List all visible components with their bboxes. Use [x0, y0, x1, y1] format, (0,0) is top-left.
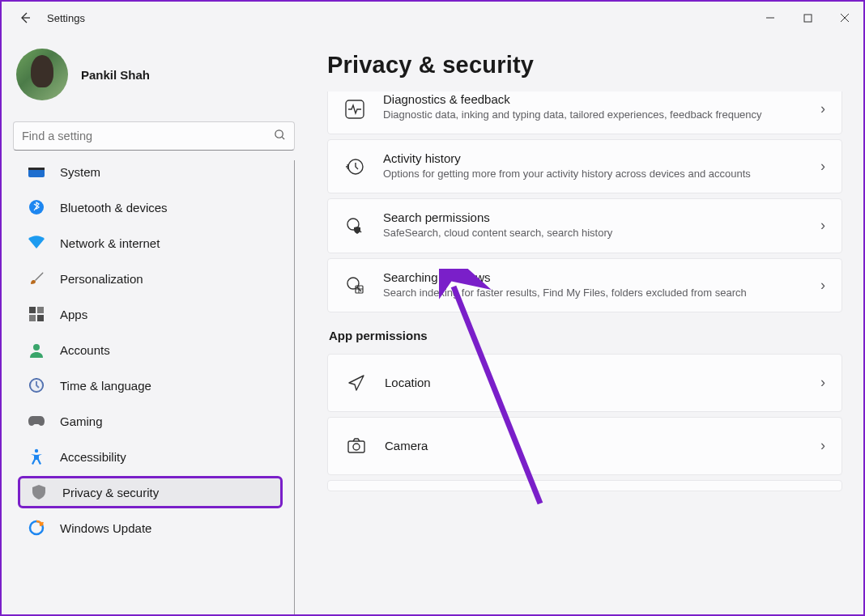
window-title: Settings: [47, 12, 85, 24]
sidebar-item-label: Privacy & security: [62, 486, 159, 499]
search-grid-icon: [343, 273, 367, 297]
sidebar-item-bluetooth[interactable]: Bluetooth & devices: [18, 191, 283, 223]
sidebar-item-label: Windows Update: [60, 521, 151, 535]
update-icon: [28, 519, 45, 537]
wifi-icon: [28, 234, 45, 252]
svg-rect-7: [29, 315, 36, 321]
search-shield-icon: [343, 214, 367, 238]
location-icon: [344, 371, 369, 395]
sidebar-item-personalization[interactable]: Personalization: [18, 262, 283, 295]
card-title: Diagnostics & feedback: [383, 92, 804, 106]
chevron-right-icon: ›: [820, 437, 825, 454]
search-icon: [274, 129, 286, 144]
sidebar-item-network[interactable]: Network & internet: [18, 227, 283, 259]
sidebar-item-system[interactable]: System: [18, 160, 283, 188]
card-partial-next[interactable]: [327, 480, 842, 491]
gamepad-icon: [28, 412, 45, 430]
svg-point-1: [275, 130, 283, 137]
back-arrow-icon: [19, 11, 32, 24]
sidebar-item-label: Gaming: [60, 414, 103, 428]
svg-rect-6: [37, 307, 44, 313]
card-subtitle: Diagnostic data, inking and typing data,…: [383, 108, 804, 122]
sidebar-item-label: Bluetooth & devices: [60, 201, 168, 215]
chevron-right-icon: ›: [820, 374, 825, 391]
sidebar-nav: System Bluetooth & devices Network & int…: [13, 160, 295, 614]
person-icon: [28, 341, 45, 359]
page-title: Privacy & security: [327, 52, 842, 79]
card-title: Camera: [385, 439, 804, 452]
sidebar-item-label: Accounts: [60, 343, 110, 357]
card-searching-windows[interactable]: Searching Windows Search indexing for fa…: [327, 258, 842, 312]
card-title: Activity history: [383, 151, 804, 165]
sidebar: Pankil Shah System Blue: [2, 34, 300, 614]
placeholder-icon: [344, 480, 369, 491]
sidebar-item-privacy-security[interactable]: Privacy & security: [18, 476, 283, 508]
title-bar: Settings: [2, 2, 863, 34]
svg-rect-0: [804, 15, 812, 22]
section-app-permissions: App permissions: [329, 329, 842, 342]
clock-icon: [28, 376, 45, 394]
card-subtitle: SafeSearch, cloud content search, search…: [383, 226, 804, 240]
sidebar-item-time-language[interactable]: Time & language: [18, 369, 283, 401]
accessibility-icon: [28, 448, 45, 465]
profile-block[interactable]: Pankil Shah: [13, 49, 295, 100]
history-icon: [343, 155, 367, 179]
svg-point-20: [353, 444, 360, 450]
card-camera[interactable]: Camera ›: [327, 417, 842, 475]
sidebar-item-apps[interactable]: Apps: [18, 298, 283, 330]
shield-icon: [30, 483, 48, 501]
svg-point-9: [33, 344, 40, 350]
sidebar-item-label: Accessibility: [60, 450, 126, 464]
system-icon: [28, 163, 45, 181]
sidebar-item-label: System: [60, 165, 100, 179]
card-title: Search permissions: [383, 210, 804, 224]
main-panel: Privacy & security Diagnostics & feedbac…: [300, 34, 863, 614]
card-subtitle: Options for getting more from your activ…: [383, 167, 804, 181]
minimize-button[interactable]: [752, 2, 789, 34]
svg-rect-5: [29, 307, 36, 313]
chevron-right-icon: ›: [820, 277, 825, 294]
card-activity-history[interactable]: Activity history Options for getting mor…: [327, 139, 842, 193]
sidebar-item-gaming[interactable]: Gaming: [18, 405, 283, 437]
sidebar-item-label: Network & internet: [60, 236, 160, 250]
bluetooth-icon: [28, 198, 45, 216]
sidebar-item-label: Personalization: [60, 272, 143, 286]
card-location[interactable]: Location ›: [327, 354, 842, 412]
svg-rect-19: [348, 441, 364, 452]
back-button[interactable]: [11, 4, 39, 32]
card-title: Searching Windows: [383, 270, 804, 284]
card-subtitle: Search indexing for faster results, Find…: [383, 286, 804, 300]
sidebar-item-label: Time & language: [60, 379, 151, 393]
profile-name: Pankil Shah: [81, 68, 150, 82]
avatar: [16, 49, 68, 100]
search-box[interactable]: [13, 121, 295, 151]
minimize-icon: [765, 13, 775, 23]
window-controls: [752, 2, 863, 34]
svg-point-12: [35, 449, 38, 452]
card-diagnostics-feedback[interactable]: Diagnostics & feedback Diagnostic data, …: [327, 91, 842, 134]
chevron-right-icon: ›: [820, 100, 825, 117]
search-input[interactable]: [22, 130, 274, 142]
sidebar-item-accounts[interactable]: Accounts: [18, 333, 283, 366]
card-title: Location: [385, 376, 804, 389]
heartbeat-icon: [343, 97, 367, 121]
card-search-permissions[interactable]: Search permissions SafeSearch, cloud con…: [327, 198, 842, 253]
brush-icon: [28, 270, 45, 287]
close-button[interactable]: [826, 2, 863, 34]
svg-rect-3: [28, 168, 45, 170]
svg-rect-8: [37, 315, 44, 321]
chevron-right-icon: ›: [820, 217, 825, 234]
camera-icon: [344, 434, 369, 458]
maximize-icon: [803, 14, 812, 23]
sidebar-item-windows-update[interactable]: Windows Update: [18, 512, 283, 544]
svg-point-11: [30, 379, 43, 392]
svg-point-17: [347, 278, 359, 289]
sidebar-item-accessibility[interactable]: Accessibility: [18, 440, 283, 473]
apps-icon: [28, 305, 45, 323]
chevron-right-icon: ›: [820, 158, 825, 175]
sidebar-item-label: Apps: [60, 308, 87, 321]
maximize-button[interactable]: [789, 2, 826, 34]
close-icon: [840, 13, 850, 23]
